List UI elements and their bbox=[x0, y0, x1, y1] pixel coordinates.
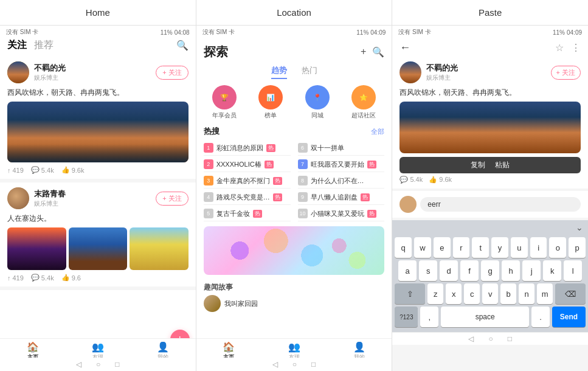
android-square[interactable]: □ bbox=[115, 360, 119, 369]
post2-follow-btn[interactable]: + 关注 bbox=[156, 192, 188, 206]
cat-vip[interactable]: 🏆 年享会员 bbox=[212, 85, 237, 120]
key-c[interactable]: c bbox=[464, 283, 480, 304]
key-z[interactable]: z bbox=[427, 283, 443, 304]
hot-item-9[interactable]: 9 早八懒人追剧盘 热 bbox=[298, 190, 385, 205]
tab-recommend[interactable]: 推荐 bbox=[34, 39, 54, 52]
loc-tabs: 趋势 热门 bbox=[196, 65, 392, 79]
key-k[interactable]: k bbox=[543, 260, 561, 281]
post2-images bbox=[7, 227, 189, 270]
key-h[interactable]: h bbox=[502, 260, 520, 281]
key-comma[interactable]: , bbox=[420, 307, 438, 327]
key-s[interactable]: s bbox=[419, 260, 437, 281]
hot-more[interactable]: 全部 bbox=[371, 127, 384, 136]
post1-user-name: 不羁的光 bbox=[34, 63, 156, 74]
post2-comment[interactable]: 💬 5.4k bbox=[31, 274, 54, 282]
key-period[interactable]: . bbox=[531, 307, 550, 327]
post1-share[interactable]: ↑ 419 bbox=[7, 167, 24, 174]
paste-android-back[interactable]: ◁ bbox=[468, 335, 474, 343]
hot-item-1[interactable]: 1 彩虹消息的原因 热 bbox=[204, 140, 291, 156]
paste-post-area: 不羁的光 娱乐博主 + 关注 西风吹锦水，朝天路、冉冉两鬼飞。 复制 粘贴 💬 … bbox=[392, 57, 588, 189]
paste-star-icon[interactable]: ☆ bbox=[555, 42, 564, 54]
tab-hot[interactable]: 热门 bbox=[302, 65, 317, 79]
home-status-bar: 没有 SIM 卡 11% 04:08 bbox=[0, 26, 196, 39]
chevron-down-icon[interactable]: ⌄ bbox=[576, 223, 583, 232]
post1-user-row: 不羁的光 娱乐博主 + 关注 bbox=[7, 61, 189, 83]
hot-item-5[interactable]: 5 复古千金妆 热 bbox=[204, 206, 291, 221]
home-tab-header[interactable]: Home bbox=[0, 0, 196, 25]
loc-status-bar: 没有 SIM 卡 11% 04:09 bbox=[196, 26, 392, 39]
paste-back-btn[interactable]: ← bbox=[399, 41, 410, 54]
hot-item-4[interactable]: 4 路戏尽头究竟是… 热 bbox=[204, 190, 291, 205]
key-f[interactable]: f bbox=[460, 260, 479, 281]
key-l[interactable]: l bbox=[564, 260, 582, 281]
key-p[interactable]: p bbox=[569, 237, 586, 258]
paste-status-bar: 没有 SIM 卡 11% 04:09 bbox=[392, 26, 588, 39]
key-backspace[interactable]: ⌫ bbox=[555, 283, 586, 304]
hot-item-8[interactable]: 8 为什么人们不在… bbox=[298, 173, 385, 189]
key-x[interactable]: x bbox=[446, 283, 462, 304]
cat-community[interactable]: ⭐ 超话社区 bbox=[351, 85, 376, 120]
post1-comment[interactable]: 💬 5.4k bbox=[31, 166, 54, 174]
key-n[interactable]: n bbox=[519, 283, 534, 304]
home-tabs: 关注 推荐 🔍 bbox=[0, 39, 196, 52]
post1-image bbox=[7, 102, 189, 162]
key-space[interactable]: space bbox=[441, 307, 529, 327]
post2-like[interactable]: 👍 9.6 bbox=[61, 274, 81, 282]
hot-item-6[interactable]: 6 双十一拼单 bbox=[298, 140, 385, 156]
key-q[interactable]: q bbox=[395, 237, 412, 258]
paste-tab-header[interactable]: Paste bbox=[392, 0, 588, 25]
loc-friends-icon: 👥 bbox=[288, 341, 300, 353]
paste-follow-btn[interactable]: + 关注 bbox=[551, 66, 581, 80]
cat-local[interactable]: 📍 同城 bbox=[305, 85, 330, 120]
paste-android-square[interactable]: □ bbox=[508, 335, 512, 343]
hot-item-7[interactable]: 7 旺我愿否又要开始 热 bbox=[298, 157, 385, 172]
post1-user-desc: 娱乐博主 bbox=[34, 74, 156, 82]
key-b[interactable]: b bbox=[500, 283, 516, 304]
search-icon[interactable]: 🔍 bbox=[176, 40, 189, 51]
loc-android-home[interactable]: ○ bbox=[292, 360, 297, 369]
key-123[interactable]: ?123 bbox=[395, 307, 418, 327]
location-tab-header[interactable]: Location bbox=[196, 0, 393, 25]
key-i[interactable]: i bbox=[530, 237, 547, 258]
loc-search-icon[interactable]: 🔍 bbox=[372, 46, 384, 58]
add-icon[interactable]: + bbox=[361, 46, 366, 58]
hot-item-10[interactable]: 10 小猫咪又菜又爱玩 热 bbox=[298, 206, 385, 221]
key-a[interactable]: a bbox=[398, 260, 417, 281]
paste-btn[interactable]: 粘贴 bbox=[495, 160, 510, 170]
tab-follow[interactable]: 关注 bbox=[7, 39, 27, 52]
post1-like[interactable]: 👍 9.6k bbox=[61, 166, 85, 174]
post2-share[interactable]: ↑ 419 bbox=[7, 274, 24, 282]
key-w[interactable]: w bbox=[414, 237, 431, 258]
key-g[interactable]: g bbox=[481, 260, 499, 281]
story-section: 趣闻故事 我叫家回园 bbox=[196, 279, 392, 312]
key-shift[interactable]: ⇧ bbox=[395, 283, 425, 304]
tab-trending[interactable]: 趋势 bbox=[271, 65, 287, 79]
key-e[interactable]: e bbox=[434, 237, 451, 258]
key-m[interactable]: m bbox=[537, 283, 553, 304]
key-v[interactable]: v bbox=[482, 283, 498, 304]
key-t[interactable]: t bbox=[472, 237, 489, 258]
comment-input[interactable]: eerr bbox=[420, 197, 581, 212]
key-send[interactable]: Send bbox=[552, 307, 586, 327]
android-back[interactable]: ◁ bbox=[76, 360, 81, 369]
paste-more-icon[interactable]: ⋮ bbox=[571, 42, 581, 54]
copy-btn[interactable]: 复制 bbox=[471, 160, 485, 170]
key-r[interactable]: r bbox=[453, 237, 470, 258]
paste-android-home[interactable]: ○ bbox=[488, 335, 493, 343]
key-u[interactable]: u bbox=[511, 237, 528, 258]
hot-item-2[interactable]: 2 XXXXHOLIC椿 热 bbox=[204, 157, 291, 172]
loc-android-back[interactable]: ◁ bbox=[272, 360, 278, 369]
post1-follow-btn[interactable]: + 关注 bbox=[156, 66, 188, 80]
key-o[interactable]: o bbox=[549, 237, 566, 258]
header: Home Location Paste bbox=[0, 0, 588, 26]
android-home[interactable]: ○ bbox=[96, 360, 100, 369]
hot-item-3[interactable]: 3 金牛座真的不抠门 热 bbox=[204, 173, 291, 189]
paste-user-info: 不羁的光 娱乐博主 bbox=[426, 63, 545, 82]
story-item[interactable]: 我叫家回园 bbox=[204, 295, 385, 312]
loc-android-square[interactable]: □ bbox=[311, 360, 316, 369]
key-y[interactable]: y bbox=[491, 237, 508, 258]
key-d[interactable]: d bbox=[440, 260, 458, 281]
key-j[interactable]: j bbox=[522, 260, 541, 281]
comment-section: eerr bbox=[392, 191, 588, 218]
cat-rank[interactable]: 📊 榜单 bbox=[258, 85, 283, 120]
